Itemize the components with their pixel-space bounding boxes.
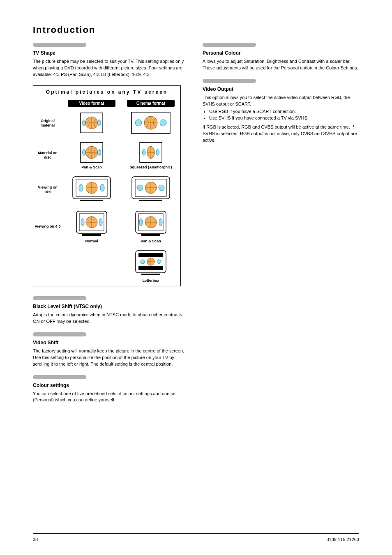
col-header-cinema: Cinema format <box>127 100 175 107</box>
svg-point-10 <box>83 149 85 155</box>
caption-panscan2: Pan & Scan <box>123 239 179 243</box>
doc-code: 3139 115 21263 <box>326 537 359 542</box>
section-body: The picture shape may be selected to sui… <box>33 58 189 78</box>
svg-point-3 <box>98 120 101 126</box>
left-column: TV Shape The picture shape may be select… <box>33 43 189 411</box>
caption-panscan: Pan & Scan <box>64 165 120 169</box>
svg-point-46 <box>157 260 161 264</box>
row-label-43: Viewing on 4:3 <box>33 222 62 231</box>
svg-rect-17 <box>80 200 103 201</box>
section-heading-black-level: Black Level Shift (NTSC only) <box>33 304 189 309</box>
row-label-original: Original material <box>33 116 62 130</box>
svg-point-26 <box>137 185 143 191</box>
svg-rect-35 <box>141 234 160 236</box>
cell-169-video <box>62 173 121 207</box>
svg-point-11 <box>98 149 101 155</box>
svg-point-15 <box>156 149 159 155</box>
svg-point-45 <box>141 260 145 264</box>
section-bar <box>33 43 86 47</box>
body-text: This option allows you to select the act… <box>203 95 350 106</box>
row-label-ondisc: Material on disc <box>33 148 62 162</box>
section-bar <box>33 296 86 300</box>
svg-rect-23 <box>139 200 162 201</box>
list-item: Use SVHS if you have connected a TV via … <box>209 115 359 122</box>
page-number: 38 <box>33 537 38 542</box>
video-output-list: Use RGB if you have a SCART connection. … <box>203 108 359 122</box>
diagram-title: Optimal pictures on any TV screen <box>33 86 180 98</box>
manual-page: Introduction TV Shape The picture shape … <box>0 0 392 555</box>
svg-point-32 <box>81 219 84 226</box>
section-body: The factory setting will normally keep t… <box>33 348 189 368</box>
section-body: Adapts the colour dynamics when in NTSC … <box>33 312 189 325</box>
section-body: You can select one of five predefined se… <box>33 391 189 404</box>
svg-point-7 <box>160 120 166 126</box>
diagram-grid: Video format Cinema format Original mate… <box>33 98 180 286</box>
page-footer: 38 3139 115 21263 <box>33 533 359 542</box>
svg-point-39 <box>159 219 162 226</box>
caption-normal: Normal <box>64 239 120 243</box>
section-bar <box>203 43 256 47</box>
list-item: Use RGB if you have a SCART connection. <box>209 108 359 115</box>
section-bar <box>203 79 256 83</box>
section-body-video-output: This option allows you to select the act… <box>203 94 359 144</box>
cell-original-video <box>62 108 121 138</box>
svg-point-21 <box>100 184 104 191</box>
cell-original-cinema <box>121 108 180 138</box>
cell-169-cinema <box>121 173 180 207</box>
two-column-layout: TV Shape The picture shape may be select… <box>33 43 359 411</box>
cell-disc-video: Pan & Scan <box>62 138 121 173</box>
caption-letterbox: Letterbox <box>123 279 179 283</box>
section-heading-video-shift: Video Shift <box>33 340 189 345</box>
section-heading-tv-shape: TV Shape <box>33 50 189 56</box>
caption-squeezed: Squeezed (Anamorphic) <box>123 165 179 169</box>
svg-point-20 <box>79 184 83 191</box>
svg-point-38 <box>139 219 143 226</box>
svg-point-6 <box>135 120 142 126</box>
cell-43-cinema-letterbox: Letterbox <box>121 246 180 286</box>
section-bar <box>33 332 86 336</box>
section-heading-video-output: Video Output <box>203 86 359 92</box>
svg-point-14 <box>142 149 145 155</box>
section-heading-personal-colour: Personal Colour <box>203 50 359 56</box>
row-label-169: Viewing on 16:9 <box>33 183 62 197</box>
svg-rect-29 <box>82 234 101 236</box>
cell-disc-cinema: Squeezed (Anamorphic) <box>121 138 180 173</box>
page-title: Introduction <box>33 25 359 35</box>
svg-point-27 <box>159 185 164 191</box>
right-column: Personal Colour Allows you to adjust Sat… <box>203 43 359 411</box>
body-tail: If RGB is selected, RGB and CVBS output … <box>203 124 359 144</box>
cell-43-video: Normal <box>62 207 121 246</box>
svg-rect-41 <box>141 274 160 275</box>
svg-point-2 <box>83 120 85 126</box>
section-bar <box>33 375 86 379</box>
diagram-optimal-pictures: Optimal pictures on any TV screen Video … <box>33 85 181 286</box>
col-header-video: Video format <box>68 100 115 107</box>
section-heading-colour-settings: Colour settings <box>33 382 189 388</box>
svg-point-33 <box>99 219 102 226</box>
cell-43-cinema-panscan: Pan & Scan <box>121 207 180 246</box>
section-body: Allows you to adjust Saturation, Brightn… <box>203 58 359 71</box>
